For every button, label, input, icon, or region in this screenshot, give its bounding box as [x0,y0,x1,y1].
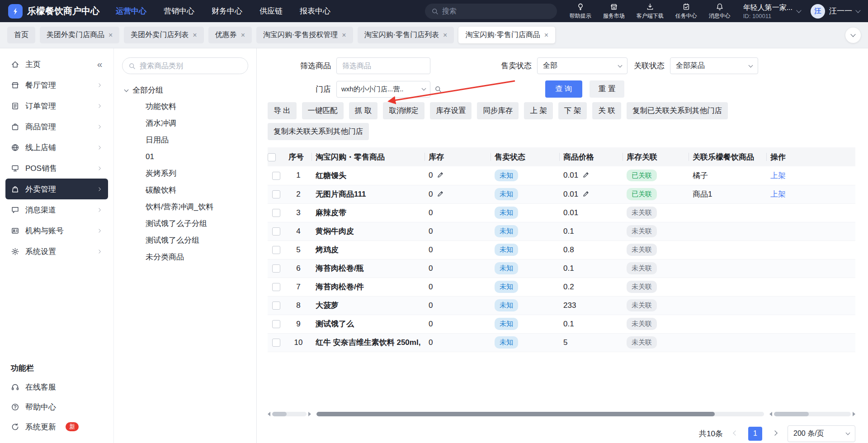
edit-icon[interactable] [437,171,444,179]
scrollbar-track[interactable] [316,412,764,416]
scroll-left-icon[interactable] [268,412,270,416]
topbar-tool[interactable]: 帮助提示 [570,3,591,20]
scroll-right-icon[interactable] [853,412,855,416]
tab[interactable]: 美团外卖门店列表 [124,27,203,43]
tabs-dropdown-button[interactable] [845,28,861,43]
toolbar-button[interactable]: 一键匹配 [302,102,344,119]
scrollbar-track[interactable] [272,412,307,416]
reset-button[interactable]: 重 置 [590,80,625,98]
scroll-right-icon[interactable] [308,412,311,416]
user-menu[interactable]: 汪 汪一一 [811,4,860,19]
row-checkbox[interactable] [272,339,280,347]
top-nav-item[interactable]: 报表中心 [300,6,330,16]
sidebar-item[interactable]: 主页 « [5,54,108,75]
scrollbar-thumb[interactable] [272,412,287,416]
sidebar-item[interactable]: 消息渠道 [5,199,108,220]
sidebar-item[interactable]: 外卖管理 [5,179,108,199]
top-nav-item[interactable]: 供应链 [259,6,283,16]
topbar-tool[interactable]: 任务中心 [675,3,697,20]
toolbar-button[interactable]: 抓 取 [349,102,378,119]
row-checkbox[interactable] [272,227,280,236]
category-item[interactable]: 未分类商品 [122,249,248,265]
topbar-tool[interactable]: 消息中心 [709,3,731,20]
scrollbar-thumb[interactable] [774,412,809,416]
store-select[interactable]: wxh的小小门店...营.. [336,81,430,98]
row-checkbox[interactable] [272,264,280,273]
toolbar-button[interactable]: 复制已关联关系到其他门店 [627,102,728,119]
tab[interactable]: 首页 [7,27,35,43]
toolbar-button[interactable]: 关 联 [592,102,621,119]
category-item[interactable]: 测试饿了么子分组 [122,215,248,232]
topbar-tool[interactable]: 服务市场 [603,3,625,20]
edit-icon[interactable] [437,190,444,198]
sidebar-footer-item[interactable]: 系统更新 新 [5,417,108,437]
toolbar-button[interactable]: 库存设置 [430,102,472,119]
toolbar-button[interactable]: 下 架 [558,102,587,119]
row-checkbox[interactable] [272,209,280,217]
top-nav-item[interactable]: 运营中心 [116,6,146,16]
tab-close-icon[interactable] [544,32,548,39]
row-checkbox[interactable] [272,172,280,180]
toolbar-button[interactable]: 复制未关联关系到其他门店 [268,123,369,140]
tab[interactable]: 优惠券 [208,27,252,43]
sidebar-footer-item[interactable]: 帮助中心 [5,397,108,417]
row-checkbox[interactable] [272,283,280,291]
category-item[interactable]: 01 [122,148,248,165]
category-root[interactable]: 全部分组 [122,85,248,95]
row-checkbox[interactable] [272,246,280,254]
tab[interactable]: 美团外卖门店商品 [40,27,119,43]
select-all-checkbox[interactable] [268,153,276,161]
top-nav-item[interactable]: 财务中心 [212,6,242,16]
sidebar-item[interactable]: 系统设置 [5,241,108,262]
toolbar-button[interactable]: 取消绑定 [383,102,425,119]
sidebar-item[interactable]: 商品管理 [5,116,108,137]
tab[interactable]: 淘宝闪购·零售门店商品 [458,27,555,43]
next-page-button[interactable] [769,428,780,439]
topbar-search-input[interactable] [442,7,551,15]
sidebar-item[interactable]: POS销售 [5,158,108,179]
sidebar-item[interactable]: 线上店铺 [5,137,108,158]
row-checkbox[interactable] [272,302,280,310]
edit-icon[interactable] [582,190,590,198]
query-button[interactable]: 查 询 [545,80,582,98]
category-search-input[interactable] [140,62,242,70]
category-item[interactable]: 碳酸饮料 [122,182,248,198]
tab-close-icon[interactable] [241,32,245,39]
sidebar-item[interactable]: 订单管理 [5,95,108,116]
tab[interactable]: 淘宝闪购·零售门店列表 [358,27,454,43]
store-search-button[interactable] [430,81,446,97]
toolbar-button[interactable]: 同步库存 [477,102,519,119]
topbar-tool[interactable]: 客户端下载 [637,3,664,20]
tab-close-icon[interactable] [342,32,346,39]
category-item[interactable]: 酒水冲调 [122,115,248,132]
category-item[interactable]: 测试饿了么分组 [122,232,248,249]
merchant-switcher[interactable]: 年轻人第一家... ID: 100011 [743,3,801,19]
filter-product-input[interactable] [336,57,430,74]
row-checkbox[interactable] [272,320,280,328]
tab-close-icon[interactable] [443,32,447,39]
link-status-select[interactable]: 全部菜品 [670,57,758,74]
edit-icon[interactable] [582,171,590,179]
topbar-search[interactable] [425,4,557,19]
sidebar-item[interactable]: 餐厅管理 [5,75,108,95]
category-search[interactable] [122,57,248,74]
scroll-left-icon[interactable] [769,412,772,416]
toolbar-button[interactable]: 上 架 [524,102,553,119]
app-logo[interactable] [8,4,23,19]
current-page[interactable]: 1 [748,427,762,441]
tab-close-icon[interactable] [108,32,113,39]
tab-close-icon[interactable] [193,32,197,39]
category-item[interactable]: 饮料/营养冲调_饮料 [122,198,248,215]
sale-status-select[interactable]: 全部 [537,57,627,74]
row-action-link[interactable]: 上架 [770,190,786,198]
scrollbar-left-frozen[interactable] [268,412,311,416]
scrollbar-right-frozen[interactable] [769,412,855,416]
sidebar-footer-item[interactable]: 在线客服 [5,377,108,397]
category-item[interactable]: 日用品 [122,132,248,148]
scrollbar-track[interactable] [774,412,851,416]
category-item[interactable]: 功能饮料 [122,98,248,115]
sidebar-item[interactable]: 机构与账号 [5,220,108,241]
scrollbar-main[interactable] [316,412,764,416]
row-action-link[interactable]: 上架 [770,171,786,180]
category-item[interactable]: 炭烤系列 [122,165,248,182]
